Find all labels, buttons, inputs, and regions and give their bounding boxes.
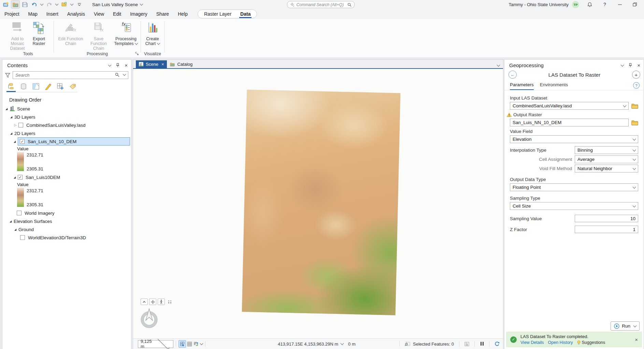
tab-data[interactable]: Data xyxy=(236,10,255,18)
close-icon[interactable]: × xyxy=(637,63,640,67)
collapse-overlay-button[interactable] xyxy=(141,299,148,305)
compass-control[interactable] xyxy=(139,308,159,329)
selection-zoom-icon[interactable] xyxy=(405,342,410,346)
panel-menu-chevron[interactable] xyxy=(108,63,112,66)
output-raster-input[interactable] xyxy=(510,119,629,126)
browse-folder-icon[interactable] xyxy=(631,120,638,125)
edit-function-chain-button[interactable]: fx Edit Function Chain xyxy=(57,21,84,46)
collapse-icon[interactable]: ▷ xyxy=(13,123,17,127)
environments-tab[interactable]: Environments xyxy=(540,82,568,90)
tree-item-dem2[interactable]: ◢ ✓ San_Luis10DEM xyxy=(2,173,131,181)
terrain-raster[interactable] xyxy=(242,90,401,315)
tab-analysis[interactable]: Analysis xyxy=(63,9,89,19)
list-by-selection-tab[interactable] xyxy=(31,82,40,92)
tab-help[interactable]: Help xyxy=(173,9,192,19)
open-project-button[interactable] xyxy=(11,0,20,9)
tab-view[interactable]: View xyxy=(89,9,109,19)
save-function-chain-button[interactable]: fx Save Function Chain xyxy=(85,21,112,51)
panel-menu-chevron[interactable] xyxy=(621,63,624,66)
list-by-data-source-tab[interactable] xyxy=(19,82,28,92)
overlay-drag-handle[interactable] xyxy=(168,301,171,303)
expand-icon[interactable]: ◢ xyxy=(9,116,13,119)
undo-button[interactable] xyxy=(30,1,38,8)
refresh-icon[interactable] xyxy=(495,342,500,346)
selected-features-count[interactable]: Selected Features: 0 xyxy=(413,342,454,347)
interpolation-type-select[interactable]: Binning xyxy=(575,146,638,154)
signed-in-user[interactable]: Tammy - Ohio State University xyxy=(509,2,569,7)
redo-dropdown-chevron[interactable] xyxy=(54,1,59,8)
scale-selector[interactable]: 9,125 m xyxy=(138,340,173,348)
void-fill-method-select[interactable]: Natural Neighbor xyxy=(575,165,638,172)
tab-imagery[interactable]: Imagery xyxy=(126,9,152,19)
list-by-drawing-order-tab[interactable] xyxy=(6,82,16,92)
catalog-view-tab[interactable]: Catalog xyxy=(167,60,196,68)
select-tool-icon[interactable] xyxy=(464,342,469,346)
tree-item-dem1[interactable]: ◢ ✓ San_Luis_NN_10_DEM xyxy=(2,137,131,146)
layer-checkbox-unchecked[interactable] xyxy=(17,211,22,215)
save-project-button[interactable] xyxy=(21,1,29,8)
layer-checkbox-checked[interactable]: ✓ xyxy=(20,139,25,144)
expand-icon[interactable]: ◢ xyxy=(13,176,17,179)
expand-icon[interactable]: ◢ xyxy=(13,228,17,231)
command-search[interactable]: Command Search (Alt+Q) xyxy=(287,1,355,8)
tab-insert[interactable]: Insert xyxy=(42,9,63,19)
notifications-button[interactable] xyxy=(585,1,594,8)
tab-map[interactable]: Map xyxy=(24,9,42,19)
coordinate-readout[interactable]: 413,917.15E 4,153,963.29N m 0 m xyxy=(278,342,356,347)
tree-item-scene[interactable]: ◢ Scene xyxy=(2,105,131,113)
pause-drawing-button[interactable] xyxy=(480,342,484,347)
layer-checkbox-unchecked[interactable] xyxy=(20,235,25,240)
expand-icon[interactable]: ◢ xyxy=(13,140,17,143)
back-button[interactable]: ← xyxy=(509,71,517,79)
search-icon[interactable] xyxy=(115,73,119,77)
sampling-value-input[interactable] xyxy=(575,215,638,222)
tree-item-3d-layers[interactable]: ◢ 3D Layers xyxy=(2,113,131,121)
list-by-labeling-tab[interactable] xyxy=(68,82,77,92)
input-las-combobox[interactable]: CombinedSanLuisValley.lasd xyxy=(510,102,629,110)
walk-mode-button[interactable] xyxy=(158,299,165,305)
redo-button[interactable] xyxy=(45,1,53,8)
hidden-tabs-chevron[interactable] xyxy=(497,63,500,67)
tab-share[interactable]: Share xyxy=(152,9,173,19)
value-field-select[interactable]: Elevation xyxy=(510,135,638,143)
export-raster-button[interactable]: Export Raster xyxy=(29,21,48,46)
list-by-editing-tab[interactable] xyxy=(44,82,53,92)
tree-item-lasd[interactable]: ▷ CombinedSanLuisValley.lasd xyxy=(2,121,131,129)
sampling-type-select[interactable]: Cell Size xyxy=(510,202,638,210)
selected-layer-highlight[interactable]: ✓ San_Luis_NN_10_DEM xyxy=(18,137,130,146)
output-data-type-select[interactable]: Floating Point xyxy=(510,183,638,191)
restore-button[interactable] xyxy=(630,1,639,8)
grid-navigation-toggle[interactable] xyxy=(178,340,186,348)
contents-search-input[interactable] xyxy=(13,71,128,79)
view-details-link[interactable]: View Details xyxy=(520,340,544,345)
open-history-link[interactable]: Open History xyxy=(548,340,573,345)
tool-help-icon[interactable]: ? xyxy=(633,82,640,89)
pin-icon[interactable] xyxy=(629,63,632,67)
suggestions-item[interactable]: Suggestions xyxy=(577,340,605,345)
filter-icon[interactable] xyxy=(5,73,10,78)
tree-item-ground[interactable]: ◢ Ground xyxy=(2,225,131,233)
tree-item-world-imagery[interactable]: World Imagery xyxy=(2,209,131,217)
tree-item-terrain3d[interactable]: WorldElevation3D/Terrain3D xyxy=(2,233,131,242)
scene-view-tab[interactable]: Scene × xyxy=(136,60,167,68)
customize-quick-access-button[interactable] xyxy=(75,1,83,8)
help-button[interactable]: ? xyxy=(600,1,609,8)
browse-folder-icon[interactable] xyxy=(631,103,638,109)
add-data-dropdown-chevron[interactable] xyxy=(69,1,74,8)
layer-checkbox-unchecked[interactable] xyxy=(18,123,23,127)
add-to-model-button[interactable]: + xyxy=(632,71,640,79)
parameters-tab[interactable]: Parameters xyxy=(510,82,534,90)
close-icon[interactable]: × xyxy=(125,63,128,67)
cell-assignment-select[interactable]: Average xyxy=(575,155,638,163)
scene-canvas[interactable] xyxy=(133,69,503,339)
notification-close-icon[interactable]: × xyxy=(635,337,638,343)
expand-icon[interactable]: ◢ xyxy=(9,220,13,223)
add-data-button[interactable] xyxy=(60,1,68,8)
new-project-button[interactable] xyxy=(2,1,10,8)
expand-icon[interactable]: ◢ xyxy=(9,132,13,135)
project-title[interactable]: San Luis Valley Scene xyxy=(92,2,143,7)
layer-checkbox-checked[interactable]: ✓ xyxy=(18,175,23,180)
add-to-mosaic-dataset-button[interactable]: Add to Mosaic Dataset xyxy=(4,21,31,51)
tab-project[interactable]: Project xyxy=(0,9,24,19)
tree-item-elevation-surfaces[interactable]: ◢ Elevation Surfaces xyxy=(2,217,131,225)
